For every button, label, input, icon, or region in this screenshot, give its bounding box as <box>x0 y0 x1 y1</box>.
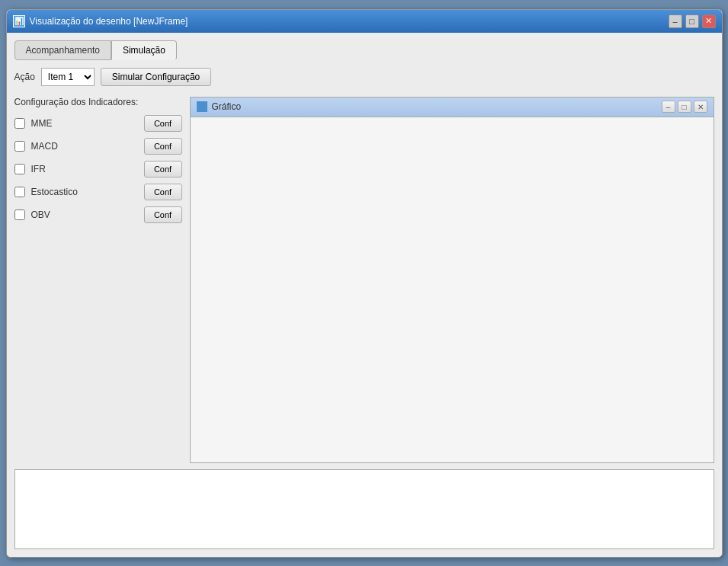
title-bar-buttons: – □ ✕ <box>669 14 716 28</box>
acao-select[interactable]: Item 1 Item 2 Item 3 <box>41 68 95 86</box>
indicator-row-ifr: IFR Conf <box>14 161 182 177</box>
estocastico-label: Estocastico <box>31 187 138 197</box>
estocastico-checkbox[interactable] <box>14 187 25 197</box>
obv-conf-button[interactable]: Conf <box>144 206 182 223</box>
graph-restore-button[interactable]: □ <box>678 101 691 113</box>
macd-label: MACD <box>31 141 138 152</box>
restore-button[interactable]: □ <box>685 14 699 28</box>
indicator-row-macd: MACD Conf <box>14 138 182 155</box>
indicators-title: Configuração dos Indicadores: <box>14 97 182 107</box>
mme-label: MME <box>31 118 138 129</box>
ifr-checkbox[interactable] <box>14 164 25 174</box>
bottom-area <box>14 469 714 549</box>
graph-body <box>191 117 714 462</box>
left-panel: Configuração dos Indicadores: MME Conf M… <box>14 97 182 463</box>
acao-label: Ação <box>14 72 35 82</box>
graph-title-bar: Gráfico – □ ✕ <box>191 98 714 117</box>
tab-simulacao[interactable]: Simulação <box>111 40 177 60</box>
mme-conf-button[interactable]: Conf <box>144 115 182 132</box>
graph-controls: – □ ✕ <box>662 101 707 113</box>
indicator-row-estocastico: Estocastico Conf <box>14 184 182 200</box>
graph-panel: Gráfico – □ ✕ <box>190 97 714 463</box>
right-panel: Gráfico – □ ✕ <box>190 97 714 463</box>
graph-title-left: Gráfico <box>197 101 242 112</box>
mme-checkbox[interactable] <box>14 118 25 129</box>
macd-conf-button[interactable]: Conf <box>144 138 182 155</box>
toolbar-row: Ação Item 1 Item 2 Item 3 Simular Config… <box>14 68 714 86</box>
macd-checkbox[interactable] <box>14 141 25 152</box>
title-bar: 📊 Visualização do desenho [NewJFrame] – … <box>7 10 722 33</box>
graph-icon <box>197 101 207 112</box>
window-title: Visualização do desenho [NewJFrame] <box>30 16 188 27</box>
ifr-label: IFR <box>31 164 138 174</box>
minimize-button[interactable]: – <box>669 14 682 28</box>
simular-button[interactable]: Simular Configuração <box>101 68 211 86</box>
window-content: Acompanhamento Simulação Ação Item 1 Ite… <box>7 33 722 557</box>
main-area: Configuração dos Indicadores: MME Conf M… <box>14 97 714 463</box>
obv-checkbox[interactable] <box>14 209 25 220</box>
window-icon: 📊 <box>13 15 25 27</box>
graph-close-button[interactable]: ✕ <box>694 101 707 113</box>
graph-title: Gráfico <box>212 101 242 112</box>
obv-label: OBV <box>31 209 138 220</box>
indicator-row-obv: OBV Conf <box>14 206 182 223</box>
graph-minimize-button[interactable]: – <box>662 101 675 113</box>
estocastico-conf-button[interactable]: Conf <box>144 184 182 200</box>
ifr-conf-button[interactable]: Conf <box>144 161 182 177</box>
close-button[interactable]: ✕ <box>702 14 716 28</box>
tab-acompanhamento[interactable]: Acompanhamento <box>14 40 111 60</box>
title-bar-left: 📊 Visualização do desenho [NewJFrame] <box>13 15 188 27</box>
tab-bar: Acompanhamento Simulação <box>14 40 714 60</box>
main-window: 📊 Visualização do desenho [NewJFrame] – … <box>6 9 723 558</box>
indicator-row-mme: MME Conf <box>14 115 182 132</box>
